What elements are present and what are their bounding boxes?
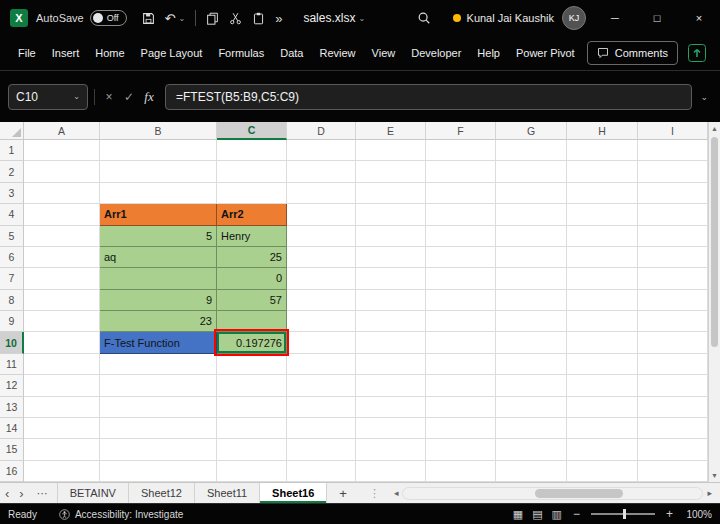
- next-sheet-icon[interactable]: ›: [14, 483, 28, 503]
- cell-D12[interactable]: [287, 375, 356, 396]
- vertical-scrollbar[interactable]: ▲ ▼: [708, 122, 720, 482]
- cell-E12[interactable]: [356, 375, 426, 396]
- cell-H1[interactable]: [567, 140, 638, 161]
- cell-H12[interactable]: [567, 375, 638, 396]
- cell-D8[interactable]: [287, 290, 356, 311]
- cell-I14[interactable]: [638, 418, 708, 439]
- cell-G5[interactable]: [496, 226, 567, 247]
- zoom-slider-thumb[interactable]: [623, 509, 626, 519]
- row-header-3[interactable]: 3: [0, 183, 24, 204]
- cell-G10[interactable]: [496, 332, 567, 353]
- select-all-corner[interactable]: [0, 122, 24, 140]
- ribbon-tab-home[interactable]: Home: [87, 36, 132, 70]
- cell-H11[interactable]: [567, 354, 638, 375]
- share-button[interactable]: [688, 44, 706, 62]
- cell-F1[interactable]: [426, 140, 496, 161]
- cell-A9[interactable]: [24, 311, 100, 332]
- cell-I11[interactable]: [638, 354, 708, 375]
- cell-D14[interactable]: [287, 418, 356, 439]
- cell-G15[interactable]: [496, 439, 567, 460]
- cell-A3[interactable]: [24, 183, 100, 204]
- cell-E13[interactable]: [356, 397, 426, 418]
- previous-sheet-icon[interactable]: ‹: [0, 483, 14, 503]
- cell-D3[interactable]: [287, 183, 356, 204]
- cell-E3[interactable]: [356, 183, 426, 204]
- cell-A5[interactable]: [24, 226, 100, 247]
- column-header-I[interactable]: I: [638, 122, 708, 140]
- cell-F11[interactable]: [426, 354, 496, 375]
- cell-G16[interactable]: [496, 461, 567, 482]
- cell-H14[interactable]: [567, 418, 638, 439]
- cell-C9[interactable]: [217, 311, 287, 332]
- minimize-button[interactable]: ─: [594, 0, 636, 36]
- cell-I12[interactable]: [638, 375, 708, 396]
- user-name[interactable]: Kunal Jai Kaushik: [467, 12, 554, 24]
- cell-G14[interactable]: [496, 418, 567, 439]
- cell-D16[interactable]: [287, 461, 356, 482]
- cell-C13[interactable]: [217, 397, 287, 418]
- cell-F8[interactable]: [426, 290, 496, 311]
- cell-B14[interactable]: [100, 418, 217, 439]
- cell-F9[interactable]: [426, 311, 496, 332]
- vertical-scroll-track[interactable]: [709, 135, 720, 469]
- cell-I15[interactable]: [638, 439, 708, 460]
- cell-I3[interactable]: [638, 183, 708, 204]
- cell-B3[interactable]: [100, 183, 217, 204]
- cell-H2[interactable]: [567, 161, 638, 182]
- cell-D10[interactable]: [287, 332, 356, 353]
- cell-H7[interactable]: [567, 268, 638, 289]
- row-header-2[interactable]: 2: [0, 161, 24, 182]
- cell-F6[interactable]: [426, 247, 496, 268]
- cell-E15[interactable]: [356, 439, 426, 460]
- cell-A2[interactable]: [24, 161, 100, 182]
- column-header-H[interactable]: H: [567, 122, 638, 140]
- cell-C7[interactable]: 0: [217, 268, 287, 289]
- cell-F2[interactable]: [426, 161, 496, 182]
- cell-C6[interactable]: 25: [217, 247, 287, 268]
- cell-E9[interactable]: [356, 311, 426, 332]
- cell-H4[interactable]: [567, 204, 638, 225]
- cell-A6[interactable]: [24, 247, 100, 268]
- scroll-left-icon[interactable]: ◂: [390, 488, 403, 498]
- cancel-entry-icon[interactable]: ×: [99, 90, 119, 104]
- cell-B4[interactable]: Arr1: [100, 204, 217, 225]
- cell-H15[interactable]: [567, 439, 638, 460]
- cell-A14[interactable]: [24, 418, 100, 439]
- cell-I6[interactable]: [638, 247, 708, 268]
- cell-C10[interactable]: 0.197276: [217, 332, 287, 353]
- cell-G12[interactable]: [496, 375, 567, 396]
- cell-H10[interactable]: [567, 332, 638, 353]
- cell-I10[interactable]: [638, 332, 708, 353]
- cell-F4[interactable]: [426, 204, 496, 225]
- cell-G9[interactable]: [496, 311, 567, 332]
- cell-D7[interactable]: [287, 268, 356, 289]
- column-header-E[interactable]: E: [356, 122, 426, 140]
- cell-F3[interactable]: [426, 183, 496, 204]
- row-header-12[interactable]: 12: [0, 375, 24, 396]
- cell-G1[interactable]: [496, 140, 567, 161]
- cell-A1[interactable]: [24, 140, 100, 161]
- cell-G11[interactable]: [496, 354, 567, 375]
- cell-H9[interactable]: [567, 311, 638, 332]
- horizontal-scrollbar[interactable]: ◂ ▸: [390, 483, 720, 503]
- cell-A10[interactable]: [24, 332, 100, 353]
- cell-D2[interactable]: [287, 161, 356, 182]
- cell-C12[interactable]: [217, 375, 287, 396]
- ribbon-tab-help[interactable]: Help: [469, 36, 508, 70]
- scroll-right-icon[interactable]: ▸: [703, 488, 716, 498]
- ribbon-tab-power-pivot[interactable]: Power Pivot: [508, 36, 583, 70]
- formula-input[interactable]: =FTEST(B5:B9,C5:C9): [165, 84, 692, 110]
- cell-B2[interactable]: [100, 161, 217, 182]
- horizontal-scroll-track[interactable]: [402, 487, 703, 500]
- column-header-A[interactable]: A: [24, 122, 100, 140]
- row-header-6[interactable]: 6: [0, 247, 24, 268]
- cell-C11[interactable]: [217, 354, 287, 375]
- cell-B13[interactable]: [100, 397, 217, 418]
- search-icon[interactable]: [409, 11, 439, 25]
- ribbon-tab-file[interactable]: File: [10, 36, 44, 70]
- cell-I5[interactable]: [638, 226, 708, 247]
- cell-D15[interactable]: [287, 439, 356, 460]
- autosave-toggle[interactable]: Off: [90, 10, 127, 26]
- scroll-down-icon[interactable]: ▼: [709, 469, 720, 482]
- cell-C8[interactable]: 57: [217, 290, 287, 311]
